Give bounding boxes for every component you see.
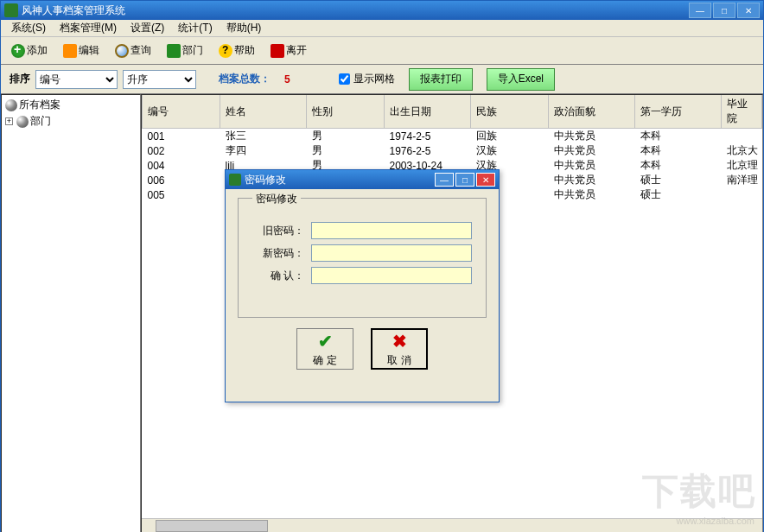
table-cell: 中共党员 [549, 143, 635, 158]
sortbar: 排序 编号 升序 档案总数： 5 显示网格 报表打印 导入Excel [1, 65, 763, 94]
dialog-actions: ✔ 确 定 ✖ 取 消 [238, 328, 487, 370]
cancel-button[interactable]: ✖ 取 消 [371, 328, 428, 370]
table-cell: 中共党员 [549, 187, 635, 202]
password-dialog: 密码修改 — □ ✕ 密码修改 旧密码： 新密码： 确 认： [225, 169, 500, 402]
show-grid-input[interactable] [339, 73, 350, 85]
menu-system[interactable]: 系统(S) [4, 19, 53, 37]
horizontal-scrollbar[interactable] [142, 518, 762, 532]
tree-dept[interactable]: + 部门 [3, 113, 138, 130]
table-cell: 1976-2-5 [385, 143, 471, 158]
table-cell: 汉族 [471, 143, 549, 158]
dialog-body: 密码修改 旧密码： 新密码： 确 认： ✔ 确 定 [226, 189, 499, 378]
menu-records[interactable]: 档案管理(M) [53, 19, 124, 37]
menu-stats[interactable]: 统计(T) [171, 19, 219, 37]
window-title: 风神人事档案管理系统 [22, 3, 689, 18]
dept-button[interactable]: 部门 [163, 41, 207, 60]
col-school[interactable]: 毕业院 [722, 95, 762, 129]
table-cell: 中共党员 [549, 173, 635, 187]
table-cell: 中共党员 [549, 129, 635, 144]
menubar: 系统(S) 档案管理(M) 设置(Z) 统计(T) 帮助(H) [1, 20, 763, 37]
add-button[interactable]: 添加 [8, 41, 51, 60]
menu-help[interactable]: 帮助(H) [220, 19, 269, 37]
toolbar: 添加 编辑 查询 部门 帮助 离开 [1, 37, 763, 65]
treeview[interactable]: 所有档案 + 部门 [1, 94, 141, 532]
dialog-close-button[interactable]: ✕ [476, 173, 495, 187]
table-cell: 005 [143, 187, 220, 202]
table-cell: 004 [143, 158, 220, 173]
edit-icon [63, 44, 77, 58]
table-cell: 002 [143, 143, 220, 158]
table-cell: 回族 [471, 129, 549, 144]
table-cell: 006 [143, 173, 220, 187]
ok-button[interactable]: ✔ 确 定 [296, 328, 353, 370]
table-cell: 001 [143, 129, 220, 144]
tree-root[interactable]: 所有档案 [3, 97, 138, 113]
confirm-password-label: 确 认： [252, 269, 304, 283]
dialog-maximize-button[interactable]: □ [455, 173, 474, 187]
old-password-label: 旧密码： [252, 224, 304, 238]
col-id[interactable]: 编号 [143, 95, 220, 129]
app-icon [4, 3, 18, 17]
old-password-input[interactable] [311, 222, 472, 239]
dialog-titlebar: 密码修改 — □ ✕ [226, 170, 499, 189]
folder-icon [5, 99, 17, 111]
dialog-minimize-button[interactable]: — [435, 173, 454, 187]
show-grid-checkbox[interactable]: 显示网格 [339, 72, 395, 86]
window-buttons: — □ ✕ [689, 3, 760, 18]
table-row[interactable]: 001张三男1974-2-5回族中共党员本科 [143, 129, 762, 144]
scrollbar-thumb[interactable] [156, 520, 268, 532]
x-icon: ✖ [392, 331, 407, 352]
menu-settings[interactable]: 设置(Z) [124, 19, 171, 37]
print-button[interactable]: 报表打印 [409, 68, 473, 91]
col-pol[interactable]: 政治面貌 [549, 95, 635, 129]
table-cell: 北京大 [722, 143, 762, 158]
record-count-value: 5 [284, 73, 290, 86]
table-cell: 本科 [635, 143, 722, 158]
table-cell: 中共党员 [549, 158, 635, 173]
maximize-button[interactable]: □ [713, 3, 735, 18]
record-count-label: 档案总数： [219, 72, 271, 86]
table-cell: 本科 [635, 129, 722, 144]
add-icon [11, 44, 25, 58]
export-button[interactable]: 导入Excel [487, 68, 555, 91]
table-cell: 硕士 [635, 173, 722, 187]
table-cell: 南洋理 [722, 173, 762, 187]
help-button[interactable]: 帮助 [215, 41, 258, 60]
exit-icon [271, 44, 284, 58]
search-button[interactable]: 查询 [111, 41, 155, 60]
table-cell: 北京理 [722, 158, 762, 173]
help-icon [219, 44, 232, 58]
close-button[interactable]: ✕ [737, 3, 760, 18]
table-cell [722, 129, 762, 144]
confirm-password-row: 确 认： [252, 267, 472, 284]
col-edu[interactable]: 第一学历 [635, 95, 722, 129]
expander-icon[interactable]: + [5, 117, 13, 125]
table-cell: 本科 [635, 158, 722, 173]
password-fieldset: 密码修改 旧密码： 新密码： 确 认： [238, 198, 487, 318]
dialog-title: 密码修改 [245, 173, 433, 187]
edit-button[interactable]: 编辑 [60, 41, 103, 60]
old-password-row: 旧密码： [252, 222, 472, 239]
new-password-input[interactable] [311, 244, 472, 262]
confirm-password-input[interactable] [311, 267, 472, 284]
col-nation[interactable]: 民族 [471, 95, 549, 129]
table-row[interactable]: 002李四男1976-2-5汉族中共党员本科北京大 [143, 143, 762, 158]
col-dob[interactable]: 出生日期 [385, 95, 471, 129]
col-sex[interactable]: 性别 [307, 95, 385, 129]
minimize-button[interactable]: — [689, 3, 711, 18]
new-password-row: 新密码： [252, 244, 472, 262]
main-window: 风神人事档案管理系统 — □ ✕ 系统(S) 档案管理(M) 设置(Z) 统计(… [0, 0, 764, 532]
col-name[interactable]: 姓名 [220, 95, 307, 129]
dept-icon [167, 44, 181, 58]
sort-order-select[interactable]: 升序 [123, 70, 196, 89]
sort-field-select[interactable]: 编号 [35, 70, 118, 89]
new-password-label: 新密码： [252, 246, 304, 261]
table-cell: 男 [307, 129, 385, 144]
exit-button[interactable]: 离开 [267, 41, 310, 60]
table-cell: 李四 [220, 143, 307, 158]
titlebar: 风神人事档案管理系统 — □ ✕ [1, 1, 763, 20]
check-icon: ✔ [318, 331, 333, 352]
dialog-icon [229, 174, 241, 186]
search-icon [115, 44, 129, 58]
table-cell: 1974-2-5 [385, 129, 471, 144]
